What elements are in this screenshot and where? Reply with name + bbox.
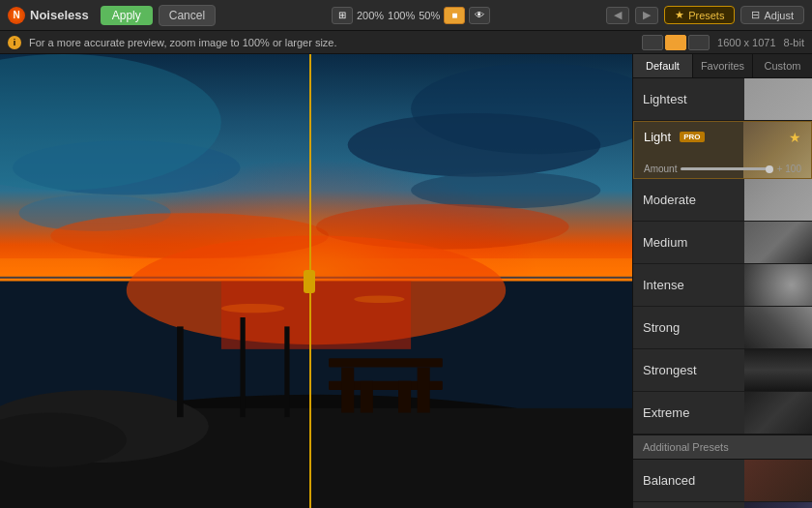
preset-balanced[interactable]: Balanced [633,460,812,502]
preset-extreme[interactable]: Extreme [633,392,812,434]
zoom-100[interactable]: 100% [388,10,415,21]
tab-default[interactable]: Default [633,54,693,77]
svg-rect-20 [418,368,430,413]
image-bit-depth: 8-bit [784,37,804,48]
sidebar-tabs: Default Favorites Custom [633,54,812,78]
image-area[interactable] [0,54,632,508]
svg-point-5 [411,172,600,209]
image-canvas [0,54,632,508]
cancel-button[interactable]: Cancel [159,5,216,26]
app-name: Noiseless [30,8,89,22]
preset-extreme-thumb [744,392,812,433]
zoom-controls: ⊞ 200% 100% 50% ■ 👁 [332,7,490,24]
preset-strong-thumb [744,307,812,348]
adjust-button[interactable]: ⊟ Adjust [740,6,804,24]
preset-intense-thumb [744,264,812,306]
view-compare-button[interactable] [688,35,710,50]
preset-light[interactable]: Light PRO ★ Amount + 100 [633,121,812,179]
nav-forward-button[interactable]: ▶ [635,7,658,24]
image-resolution: 1600 x 1071 [717,37,776,48]
sunset-image [0,54,632,508]
svg-rect-12 [221,282,411,349]
svg-point-27 [354,296,404,304]
info-message: For a more accurate preview, zoom image … [29,37,634,48]
view-split-button[interactable] [665,35,686,50]
preset-balanced-label: Balanced [643,473,695,488]
split-view-icon[interactable]: ⊞ [332,7,353,24]
sliders-icon: ⊟ [751,9,760,21]
zoom-200[interactable]: 200% [357,10,384,21]
preset-medium-thumb [744,222,812,263]
svg-rect-19 [341,368,354,413]
main-content: Default Favorites Custom Lightest Light … [0,54,812,508]
preset-lightest-thumb [744,78,812,120]
amount-fill [681,167,768,170]
app-icon: N [8,7,25,24]
preset-moderate[interactable]: Moderate [633,179,812,222]
star-icon: ★ [675,9,684,21]
preset-balanced-thumb [744,460,812,501]
additional-presets-label: Additional Presets [643,441,729,453]
presets-label: Presets [688,10,724,21]
preset-strongest-label: Strongest [643,363,697,377]
presets-button[interactable]: ★ Presets [664,6,735,24]
preset-lightest-label: Lightest [643,92,687,106]
svg-rect-18 [329,358,443,367]
nav-back-button[interactable]: ◀ [606,7,629,24]
svg-point-26 [221,304,284,313]
sidebar: Default Favorites Custom Lightest Light … [632,54,812,508]
eye-icon[interactable]: 👁 [469,7,490,24]
svg-rect-25 [284,326,289,417]
svg-rect-21 [361,381,373,413]
amount-track[interactable] [681,167,772,170]
preset-moderate-thumb [744,179,812,221]
amount-value: + 100 [777,164,801,174]
preset-star-icon[interactable]: ★ [789,130,801,145]
preset-strong[interactable]: Strong [633,307,812,349]
preset-moderate-label: Moderate [643,193,696,207]
presets-list: Lightest Light PRO ★ Amount + 100 [633,78,812,508]
preset-medium[interactable]: Medium [633,222,812,264]
tab-custom[interactable]: Custom [753,54,812,77]
preset-intense[interactable]: Intense [633,264,812,307]
additional-presets-header: Additional Presets [633,434,812,460]
zoom-50[interactable]: 50% [419,10,440,21]
svg-rect-24 [241,317,246,417]
preset-soft[interactable]: Soft [633,502,812,508]
amount-label: Amount [644,164,677,174]
preset-strongest-thumb [744,349,812,391]
color-picker-icon[interactable]: ■ [444,7,465,24]
preset-lightest[interactable]: Lightest [633,78,812,121]
preset-medium-label: Medium [643,235,687,250]
preset-strongest[interactable]: Strongest [633,349,812,392]
adjust-label: Adjust [764,10,794,21]
view-single-button[interactable] [642,35,663,50]
preset-soft-thumb [744,502,812,508]
svg-rect-22 [398,381,411,413]
preset-extreme-label: Extreme [643,405,689,420]
preset-light-label: Light [644,130,671,144]
tab-favorites[interactable]: Favorites [693,54,753,77]
app-logo: N Noiseless [8,7,89,24]
preset-pro-badge: PRO [680,132,704,142]
info-bar: i For a more accurate preview, zoom imag… [0,31,812,54]
top-bar: N Noiseless Apply Cancel ⊞ 200% 100% 50%… [0,0,812,31]
apply-button[interactable]: Apply [101,6,153,25]
svg-rect-23 [177,326,184,417]
info-icon: i [8,36,21,49]
view-mode-buttons [642,35,710,50]
split-handle[interactable] [304,270,315,293]
amount-thumb [766,165,773,173]
preset-amount: Amount + 100 [644,164,801,174]
preset-strong-label: Strong [643,320,680,335]
preset-intense-label: Intense [643,278,684,292]
